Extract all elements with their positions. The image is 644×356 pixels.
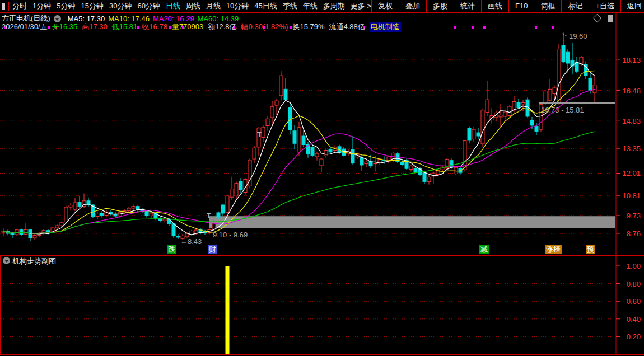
sub-tick-0.20: 0.20 xyxy=(618,333,641,340)
nav-item-12[interactable]: 年线 xyxy=(303,1,318,11)
candle-body xyxy=(230,189,234,198)
candle-body xyxy=(150,213,153,216)
quote-field-0: 开16.35 xyxy=(52,22,78,32)
app-window-icon[interactable] xyxy=(2,2,9,11)
toolbar-action-0[interactable]: 复权 xyxy=(371,0,399,12)
toolbar-actions: 复权叠加多股统计画线F10简框标记+自选返回 xyxy=(371,0,644,12)
nav-item-9[interactable]: 10分钟 xyxy=(226,1,249,11)
price-tick-13.35: 13.35 xyxy=(618,145,641,152)
candle-body xyxy=(374,163,377,164)
nav-item-4[interactable]: 30分钟 xyxy=(109,1,132,11)
candle-body xyxy=(508,106,511,116)
event-badge-跌[interactable]: 跌 xyxy=(167,245,176,254)
signal-dot xyxy=(535,26,537,29)
candle-body xyxy=(176,236,180,237)
nav-item-1[interactable]: 1分钟 xyxy=(32,1,51,11)
toolbar-action-3[interactable]: 统计 xyxy=(454,0,481,12)
event-badge-财[interactable]: 财 xyxy=(208,245,217,254)
candle-body xyxy=(275,101,278,105)
toolbar-action-9[interactable]: 返回 xyxy=(620,0,644,12)
quote-field-6: 幅0.30(1.82%) xyxy=(241,22,288,32)
candle-body xyxy=(521,102,525,104)
candle-body xyxy=(329,149,332,152)
candle-body xyxy=(472,129,475,139)
nav-item-13[interactable]: 多周期 xyxy=(323,1,345,11)
nav-item-8[interactable]: 月线 xyxy=(206,1,221,11)
band-range-annotation: 9.10 - 9.69 xyxy=(213,231,248,239)
nav-item-14[interactable]: 更多 > xyxy=(351,1,371,11)
gap-range-annotation: 16.73 - 15.81 xyxy=(541,106,584,114)
candle-body xyxy=(100,213,104,216)
signal-dot xyxy=(552,26,554,29)
quote-field-7: 换15.79% xyxy=(292,22,324,32)
signal-dot xyxy=(472,26,474,29)
toolbar-action-1[interactable]: 叠加 xyxy=(399,0,426,12)
quote-field-5: 额12.8亿 xyxy=(208,22,236,32)
candle-body xyxy=(270,107,274,118)
candle-body xyxy=(575,62,578,71)
candle-body xyxy=(253,148,256,159)
panel-divider xyxy=(0,255,644,256)
candle-body xyxy=(566,52,570,63)
event-badge-涨榜[interactable]: 涨榜 xyxy=(545,245,562,254)
nav-item-7[interactable]: 周线 xyxy=(186,1,200,11)
candle-body xyxy=(512,101,516,110)
subchart-collapse-icon[interactable] xyxy=(3,257,10,264)
toolbar-action-6[interactable]: 简框 xyxy=(534,0,561,12)
nav-item-2[interactable]: 5分钟 xyxy=(57,1,75,11)
low-price-annotation: ←8.43 xyxy=(180,237,202,246)
candle-body xyxy=(11,233,14,235)
candle-body xyxy=(589,78,592,90)
toolbar-action-7[interactable]: 标记 xyxy=(561,0,589,12)
candle-body xyxy=(553,88,556,94)
candle-body xyxy=(481,110,484,144)
candle-body xyxy=(468,128,471,140)
candle-body xyxy=(73,203,77,209)
nav-item-10[interactable]: 45日线 xyxy=(254,1,277,11)
candle-body xyxy=(360,158,363,165)
candle-body xyxy=(132,207,135,208)
candle-body xyxy=(221,205,225,213)
candle-body xyxy=(279,76,283,96)
nav-item-3[interactable]: 15分钟 xyxy=(81,1,103,11)
candle-body xyxy=(46,231,50,232)
quote-date: 2026/01/30/五 xyxy=(2,22,48,32)
price-tick-12.01: 12.01 xyxy=(618,170,641,177)
toolbar-action-5[interactable]: F10 xyxy=(508,0,534,12)
toolbar-action-8[interactable]: +自选 xyxy=(589,0,620,12)
collapse-chevron-icon[interactable] xyxy=(54,15,61,22)
candle-body xyxy=(212,223,216,229)
chevron-down-icon xyxy=(55,18,59,21)
quote-fields: 开16.35高17.30低15.81收16.78量770903额12.8亿幅0.… xyxy=(52,22,365,32)
candle-body xyxy=(262,127,265,137)
candle-body xyxy=(593,85,596,93)
candle-body xyxy=(477,133,480,136)
toolbar-action-2[interactable]: 多股 xyxy=(426,0,454,12)
candle-body xyxy=(55,226,59,228)
nav-item-5[interactable]: 60分钟 xyxy=(137,1,160,11)
candle-body xyxy=(60,223,63,226)
event-badge-减[interactable]: 减 xyxy=(479,245,489,254)
signal-bar[interactable] xyxy=(226,266,230,354)
candle-body xyxy=(293,131,296,143)
nav-item-0[interactable]: 分时 xyxy=(12,1,27,11)
candle-body xyxy=(226,196,229,212)
split-window-icon[interactable] xyxy=(605,15,613,22)
toolbar-action-4[interactable]: 画线 xyxy=(481,0,508,12)
candle-body xyxy=(217,213,220,217)
quote-info-bar: 2026/01/30/五 开16.35高17.30低15.81收16.78量77… xyxy=(2,22,401,32)
signal-dot xyxy=(483,26,486,29)
sector-tag[interactable]: 电机制造 xyxy=(370,22,401,32)
event-badge-预[interactable]: 预 xyxy=(586,245,595,254)
candle-body xyxy=(127,208,130,211)
price-tick-8.76: 8.76 xyxy=(618,230,641,237)
quote-field-3: 收16.78 xyxy=(142,22,167,32)
price-tick-10.81: 10.81 xyxy=(618,192,641,199)
nav-item-11[interactable]: 季线 xyxy=(283,1,297,11)
candle-body xyxy=(423,172,426,181)
peak-price-annotation: 19.60 xyxy=(569,32,587,40)
chart-canvas xyxy=(0,0,644,356)
candle-body xyxy=(163,219,166,221)
nav-item-6[interactable]: 日线 xyxy=(166,1,180,11)
candle-body xyxy=(503,112,507,116)
